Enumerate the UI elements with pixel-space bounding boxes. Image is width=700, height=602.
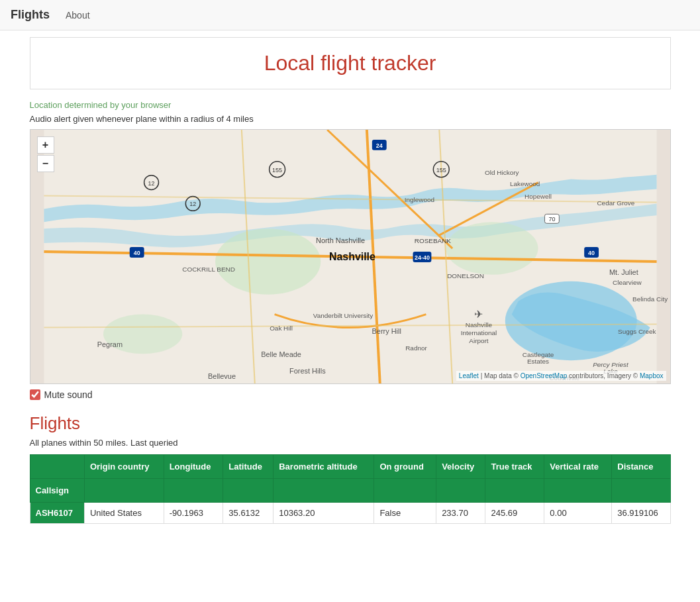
flights-table: Origin country Longitude Latitude Barome… [30,454,671,524]
svg-text:Nashville: Nashville [329,251,375,262]
col-header-callsign [30,455,84,479]
col-header-distance: Distance [612,455,670,479]
svg-text:Clearview: Clearview [612,279,641,286]
svg-text:Hopewell: Hopewell [525,193,552,200]
svg-text:International: International [460,329,497,336]
cell-vertical-rate: 0.00 [544,503,612,524]
navbar: Flights About [0,0,700,30]
navbar-brand[interactable]: Flights [11,8,50,22]
cell-velocity: 233.70 [436,503,485,524]
cell-latitude: 35.6132 [223,503,274,524]
mute-label: Mute sound [44,389,93,400]
svg-text:70: 70 [548,216,555,223]
svg-text:Old Hickory: Old Hickory [485,169,519,176]
svg-text:40: 40 [133,250,140,256]
main-content: Local flight tracker Location determined… [19,30,681,530]
col-header-velocity: Velocity [436,455,485,479]
svg-text:North Nashville: North Nashville [315,236,364,244]
col-header-latitude: Latitude [223,455,274,479]
svg-text:12: 12 [148,180,154,187]
table-header-row: Origin country Longitude Latitude Barome… [30,455,670,479]
svg-text:Inglewood: Inglewood [404,196,434,203]
svg-text:COCKRILL BEND: COCKRILL BEND [182,266,235,273]
cell-on-ground: False [374,503,436,524]
table-row: ASH6107 United States -90.1963 35.6132 1… [30,503,670,524]
map-svg: 24 40 40 24-40 155 155 70 12 12 [30,130,670,383]
cell-distance: 36.919106 [612,503,670,524]
svg-text:12: 12 [189,201,196,207]
cell-baro-alt: 10363.20 [274,503,374,524]
svg-text:Lakewood: Lakewood [509,180,539,187]
subheader-callsign: Callsign [30,479,84,503]
svg-text:155: 155 [436,167,446,174]
col-header-vertical-rate: Vertical rate [544,455,612,479]
svg-text:✈: ✈ [474,309,483,320]
svg-text:155: 155 [272,167,282,174]
svg-text:Airport: Airport [469,337,489,344]
svg-text:Bellevue: Bellevue [208,372,236,380]
svg-text:Oak Hill: Oak Hill [270,325,293,332]
cell-longitude: -90.1963 [164,503,223,524]
svg-text:DONELSON: DONELSON [447,272,484,279]
mute-row: Mute sound [30,389,671,400]
svg-text:Mt. Juliet: Mt. Juliet [609,268,638,276]
map-container: 24 40 40 24-40 155 155 70 12 12 [30,129,671,384]
title-box: Local flight tracker [30,37,671,89]
zoom-out-button[interactable]: − [37,155,54,172]
flights-subtext: All planes within 50 miles. Last queried [30,438,671,448]
svg-text:Nashville: Nashville [465,321,492,328]
svg-text:Suggs Creek: Suggs Creek [618,328,656,335]
svg-text:Belinda City: Belinda City [632,295,668,303]
navbar-about-link[interactable]: About [60,7,95,23]
col-header-on-ground: On ground [374,455,436,479]
col-header-origin: Origin country [84,455,164,479]
svg-text:Cedar Grove: Cedar Grove [597,199,634,207]
cell-true-track: 245.69 [485,503,544,524]
osm-link[interactable]: OpenStreetMap [521,372,568,379]
table-subheader-row: Callsign [30,479,670,503]
svg-text:Vanderbilt University: Vanderbilt University [313,312,372,319]
alert-info: Audio alert given whenever plane within … [30,114,671,124]
leaflet-link[interactable]: Leaflet [459,372,479,379]
svg-text:Forest Hills: Forest Hills [289,367,325,375]
svg-point-2 [215,228,321,294]
svg-text:40: 40 [588,250,595,256]
svg-text:Radnor: Radnor [405,344,427,352]
zoom-in-button[interactable]: + [37,136,54,154]
svg-text:Berry Hill: Berry Hill [372,327,401,335]
cell-callsign: ASH6107 [30,503,84,524]
svg-text:ROSEBANK: ROSEBANK [414,237,451,244]
svg-text:Estates: Estates [526,358,548,365]
svg-text:24: 24 [375,142,382,149]
flights-heading: Flights [30,413,671,434]
cell-origin: United States [84,503,164,524]
map-attribution: Leaflet | Map data © OpenStreetMap contr… [456,371,666,381]
col-header-true-track: True track [485,455,544,479]
svg-text:Belle Meade: Belle Meade [261,350,301,358]
col-header-longitude: Longitude [164,455,223,479]
svg-text:Pegram: Pegram [97,340,122,348]
page-title: Local flight tracker [44,51,657,75]
svg-text:24-40: 24-40 [415,254,430,261]
mapbox-link[interactable]: Mapbox [640,372,664,379]
col-header-baro-alt: Barometric altitude [274,455,374,479]
svg-point-4 [446,222,538,275]
location-info: Location determined by your browser [30,100,671,110]
mute-checkbox[interactable] [30,389,40,400]
map-zoom-controls: + − [37,136,54,172]
